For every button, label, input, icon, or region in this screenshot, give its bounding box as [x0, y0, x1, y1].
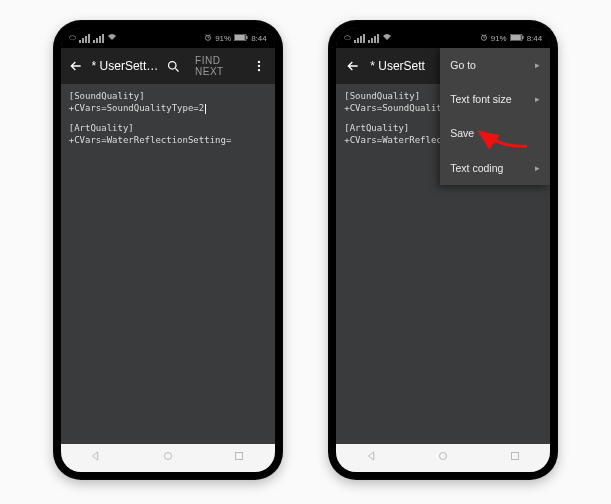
- svg-point-5: [258, 61, 260, 63]
- svg-rect-3: [246, 36, 247, 39]
- status-bar: ⬭ 91% 8:44: [61, 28, 275, 48]
- svg-rect-9: [236, 453, 243, 460]
- editor-line: +CVars=SoundQualityType=2: [69, 103, 204, 113]
- battery-icon: [510, 34, 524, 43]
- chevron-right-icon: ▸: [535, 59, 540, 71]
- nav-recent-icon[interactable]: [508, 449, 522, 467]
- app-bar: * UserSett… FIND NEXT: [61, 48, 275, 84]
- chevron-right-icon: ▸: [535, 162, 540, 174]
- search-button[interactable]: [164, 55, 183, 77]
- alarm-icon: [480, 33, 488, 43]
- signal-icon-1: [79, 34, 90, 43]
- status-bar: ⬭ 91% 8:44: [336, 28, 550, 48]
- menu-label: Text font size: [450, 92, 511, 106]
- battery-text: 91%: [215, 34, 231, 43]
- editor-line: [ArtQuality]: [69, 123, 134, 133]
- clock-text: 8:44: [527, 34, 543, 43]
- svg-point-7: [258, 69, 260, 71]
- battery-icon: [234, 34, 248, 43]
- chevron-right-icon: ▸: [535, 93, 540, 105]
- menu-label: Go to: [450, 58, 476, 72]
- nav-recent-icon[interactable]: [232, 449, 246, 467]
- nfc-icon: ⬭: [69, 33, 76, 43]
- svg-rect-2: [235, 34, 245, 39]
- battery-text: 91%: [491, 34, 507, 43]
- signal-icon-2: [93, 34, 104, 43]
- menu-label: Save: [450, 126, 474, 140]
- clock-text: 8:44: [251, 34, 267, 43]
- back-button[interactable]: [67, 55, 86, 77]
- android-nav-bar: [336, 444, 550, 472]
- app-title: * UserSett: [370, 59, 425, 73]
- menu-fontsize[interactable]: Text font size ▸: [440, 82, 550, 116]
- svg-rect-15: [511, 453, 518, 460]
- menu-label: Text coding: [450, 161, 503, 175]
- back-button[interactable]: [342, 55, 364, 77]
- editor-area[interactable]: [SoundQuality] +CVars=SoundQualityType=2…: [61, 84, 275, 444]
- signal-icon-2: [368, 34, 379, 43]
- phone-right: ⬭ 91% 8:44 * UserSe: [328, 20, 558, 480]
- svg-point-14: [440, 453, 447, 460]
- android-nav-bar: [61, 444, 275, 472]
- editor-line: [SoundQuality]: [69, 91, 145, 101]
- editor-line: [ArtQuality]: [344, 123, 409, 133]
- menu-coding[interactable]: Text coding ▸: [440, 151, 550, 185]
- svg-point-8: [164, 453, 171, 460]
- phone-left: ⬭ 91% 8:44 * UserSe: [53, 20, 283, 480]
- editor-line: +CVars=WaterReflectionSetting=: [69, 135, 232, 145]
- svg-rect-12: [510, 34, 520, 39]
- screen-right: ⬭ 91% 8:44 * UserSe: [336, 28, 550, 472]
- svg-point-4: [169, 61, 177, 69]
- nfc-icon: ⬭: [344, 33, 351, 43]
- menu-save[interactable]: Save: [440, 116, 550, 150]
- signal-icon-1: [354, 34, 365, 43]
- editor-line: [SoundQuality]: [344, 91, 420, 101]
- alarm-icon: [204, 33, 212, 43]
- svg-point-6: [258, 65, 260, 67]
- text-cursor: [205, 104, 206, 114]
- nav-back-icon[interactable]: [365, 449, 379, 467]
- overflow-menu-button[interactable]: [250, 55, 269, 77]
- nav-home-icon[interactable]: [436, 449, 450, 467]
- find-next-button[interactable]: FIND NEXT: [195, 55, 244, 77]
- editor-area[interactable]: [SoundQuality] +CVars=SoundQualityTyp [A…: [336, 84, 550, 444]
- app-title: * UserSett…: [92, 59, 159, 73]
- nav-home-icon[interactable]: [161, 449, 175, 467]
- svg-rect-13: [522, 36, 523, 39]
- wifi-icon: [107, 33, 117, 43]
- screen-left: ⬭ 91% 8:44 * UserSe: [61, 28, 275, 472]
- wifi-icon: [382, 33, 392, 43]
- menu-goto[interactable]: Go to ▸: [440, 48, 550, 82]
- overflow-menu: Go to ▸ Text font size ▸ Save Text codin…: [440, 48, 550, 185]
- nav-back-icon[interactable]: [89, 449, 103, 467]
